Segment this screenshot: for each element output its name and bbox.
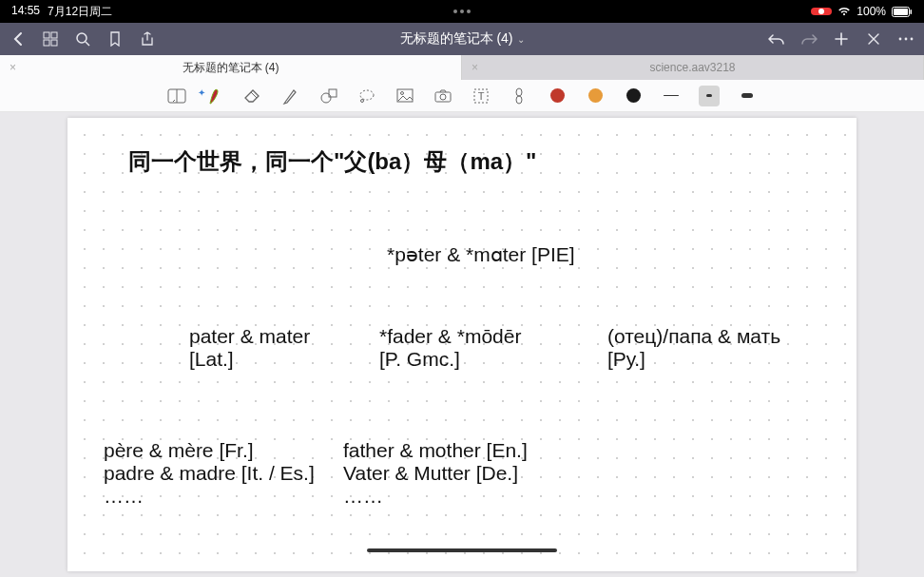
ellipsis-1: …… [104, 485, 370, 508]
tab-notebook[interactable]: × 无标题的笔记本 (4) [0, 55, 462, 80]
app-titlebar: 无标题的笔记本 (4) ⌄ [0, 23, 924, 55]
it-es-line: padre & madre [It. / Es.] [104, 462, 370, 485]
pgmc-line2: [P. Gmc.] [379, 348, 598, 371]
status-time: 14:55 [11, 4, 40, 20]
shape-tool-icon[interactable] [318, 86, 339, 106]
svg-point-18 [401, 92, 404, 95]
close-tools-icon[interactable] [865, 30, 882, 48]
svg-point-23 [516, 88, 522, 96]
color-black[interactable] [623, 86, 644, 106]
share-icon[interactable] [139, 30, 156, 48]
svg-point-7 [77, 33, 87, 43]
pen-tool-icon[interactable]: ✦ [204, 86, 225, 106]
svg-point-11 [911, 38, 914, 41]
lasso-tool-icon[interactable] [356, 86, 377, 106]
text-tool-icon[interactable]: T [471, 86, 491, 106]
color-red[interactable] [547, 86, 568, 106]
multitask-dots[interactable] [453, 10, 471, 13]
svg-rect-3 [44, 32, 49, 38]
battery-icon [892, 7, 913, 17]
add-button[interactable] [833, 30, 850, 48]
home-indicator[interactable] [367, 548, 557, 552]
pie-root-text: *pəter & *mɑter [PIE] [387, 243, 575, 266]
latin-line2: [Lat.] [189, 348, 379, 371]
wifi-icon [837, 7, 851, 16]
link-tool-icon[interactable] [509, 86, 529, 106]
svg-point-15 [360, 90, 374, 100]
latin-line1: pater & mater [189, 325, 379, 348]
eraser-tool-icon[interactable] [242, 86, 263, 106]
stroke-thin[interactable] [661, 86, 682, 106]
svg-point-24 [516, 96, 522, 104]
status-date: 7月12日周二 [48, 4, 112, 20]
svg-point-9 [899, 38, 902, 41]
russian-line2: [Ру.] [607, 348, 780, 371]
ellipsis-2: …… [343, 485, 528, 508]
svg-rect-5 [44, 40, 49, 46]
pgmc-line1: *fader & *mōdēr [379, 325, 598, 348]
undo-button[interactable] [768, 30, 785, 48]
search-icon[interactable] [74, 30, 91, 48]
tab-label: science.aav3218 [649, 61, 735, 74]
russian-line1: (отец)/папа & мать [607, 325, 780, 348]
tab-science[interactable]: × science.aav3218 [462, 55, 924, 80]
tab-strip: × 无标题的笔记本 (4) × science.aav3218 [0, 55, 924, 80]
svg-rect-6 [51, 40, 57, 46]
redo-button[interactable] [800, 30, 818, 48]
camera-tool-icon[interactable] [433, 86, 453, 106]
french-line: père & mère [Fr.] [104, 439, 370, 462]
svg-rect-2 [911, 10, 913, 14]
canvas-area: 同一个世界，同一个"父(ba）母（ma）" *pəter & *mɑter [P… [0, 112, 924, 577]
english-line: father & mother [En.] [343, 439, 528, 462]
stroke-thick[interactable] [737, 86, 758, 106]
highlighter-tool-icon[interactable] [280, 86, 301, 106]
svg-line-8 [86, 42, 89, 46]
read-mode-icon[interactable] [166, 86, 187, 106]
close-tab-icon[interactable]: × [472, 61, 478, 74]
color-orange[interactable] [585, 86, 606, 106]
close-tab-icon[interactable]: × [10, 61, 16, 74]
note-heading: 同一个世界，同一个"父(ba）母（ma）" [128, 146, 830, 177]
status-bar: 14:55 7月12日周二 100% [0, 0, 924, 23]
stroke-medium[interactable] [699, 86, 720, 106]
bookmark-icon[interactable] [106, 30, 124, 48]
screen-recording-pill[interactable] [811, 8, 832, 15]
editor-toolbar: ✦ T [0, 80, 924, 112]
battery-percent: 100% [857, 5, 886, 18]
note-page[interactable]: 同一个世界，同一个"父(ba）母（ma）" *pəter & *mɑter [P… [67, 118, 857, 571]
svg-point-16 [361, 99, 364, 102]
grid-view-icon[interactable] [42, 30, 59, 48]
back-button[interactable] [10, 30, 27, 48]
svg-point-10 [905, 38, 908, 41]
chevron-down-icon[interactable]: ⌄ [517, 34, 525, 45]
svg-rect-1 [894, 9, 908, 15]
more-icon[interactable] [897, 30, 914, 48]
document-title[interactable]: 无标题的笔记本 (4) [400, 30, 513, 48]
tab-label: 无标题的笔记本 (4) [183, 60, 279, 76]
german-line: Vater & Mutter [De.] [343, 462, 528, 485]
image-tool-icon[interactable] [395, 86, 415, 106]
svg-rect-4 [51, 32, 57, 38]
svg-point-20 [440, 94, 446, 100]
svg-text:T: T [478, 90, 485, 102]
